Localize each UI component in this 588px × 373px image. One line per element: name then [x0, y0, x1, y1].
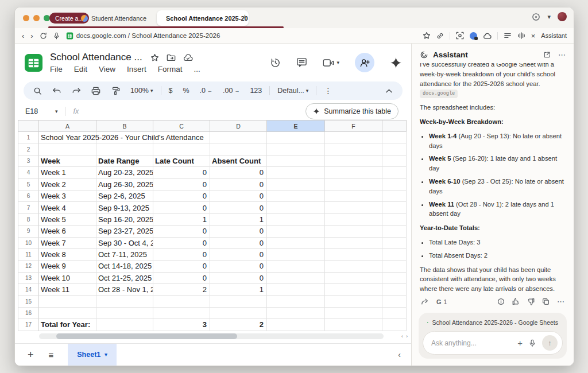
cell-F14[interactable] — [325, 284, 382, 296]
copy-icon[interactable] — [542, 298, 550, 305]
cell-partial-9[interactable] — [382, 226, 407, 237]
back-icon[interactable]: ‹ — [22, 32, 24, 40]
tab-school-attendance-active[interactable]: School Attendance 2025-20 — [157, 10, 249, 26]
undo-button[interactable] — [47, 87, 67, 95]
cell-B9[interactable]: Sep 23-27, 2025 — [96, 226, 153, 237]
cell-A8[interactable]: Week 5 — [39, 214, 96, 226]
row-header-7[interactable]: 7 — [18, 202, 39, 213]
cell-D2[interactable] — [210, 143, 267, 155]
cell-partial-15[interactable] — [382, 296, 407, 307]
cell-B6[interactable]: Sep 2-6, 2025 — [96, 191, 153, 202]
cell-F12[interactable] — [325, 261, 382, 272]
cell-A6[interactable]: Week 3 — [39, 191, 96, 202]
star-icon[interactable] — [150, 53, 159, 62]
cell-C2[interactable] — [153, 143, 210, 155]
share-button[interactable] — [355, 53, 374, 72]
bookmark-star-icon[interactable] — [423, 32, 431, 40]
menu-insert[interactable]: Insert — [127, 65, 146, 73]
cell-F9[interactable] — [325, 226, 382, 237]
cell-A13[interactable]: Week 10 — [39, 273, 96, 284]
row-header-14[interactable]: 14 — [18, 284, 39, 296]
print-button[interactable] — [86, 87, 106, 95]
cell-C5[interactable]: 0 — [153, 179, 210, 191]
cell-C12[interactable]: 0 — [153, 261, 210, 272]
row-header-9[interactable]: 9 — [18, 226, 39, 237]
row-header-8[interactable]: 8 — [18, 214, 39, 226]
cell-E3[interactable] — [267, 156, 325, 167]
menu-format[interactable]: Format — [158, 65, 183, 73]
cell-partial-11[interactable] — [382, 249, 407, 261]
send-button[interactable]: ↑ — [542, 335, 558, 351]
cell-C13[interactable]: 0 — [153, 273, 210, 284]
cell-A9[interactable]: Week 6 — [39, 226, 96, 237]
cell-D6[interactable]: 0 — [210, 191, 267, 202]
cell-C3[interactable]: Late Count — [153, 156, 210, 167]
cell-partial-3[interactable] — [382, 156, 407, 167]
menu-edit[interactable]: Edit — [74, 65, 87, 73]
cell-A1[interactable]: School Year 2025-2026 - Your Child's Att… — [39, 132, 96, 143]
chevron-down-icon[interactable]: ▾ — [55, 108, 58, 114]
move-folder-icon[interactable] — [167, 53, 176, 61]
cell-D1[interactable] — [210, 132, 267, 143]
close-assistant-icon[interactable]: × — [531, 32, 536, 40]
column-header-C[interactable]: C — [153, 120, 210, 132]
row-header-17[interactable]: 17 — [18, 319, 39, 331]
scroll-left-icon[interactable]: ‹ — [401, 333, 403, 339]
column-header-A[interactable]: A — [39, 120, 96, 132]
cell-E7[interactable] — [267, 202, 325, 213]
window-control-icon[interactable] — [23, 15, 29, 21]
cell-B14[interactable]: Oct 28 - Nov 1, 2025 — [96, 284, 153, 296]
capture-icon[interactable] — [456, 32, 464, 40]
sheets-logo[interactable] — [24, 53, 43, 72]
column-header-E[interactable]: E — [267, 120, 325, 132]
cell-B17[interactable] — [96, 319, 153, 331]
row-header-13[interactable]: 13 — [18, 273, 39, 284]
cell-A15[interactable] — [39, 296, 96, 307]
cell-B2[interactable] — [96, 143, 153, 155]
cell-F3[interactable] — [325, 156, 382, 167]
extension-icon[interactable] — [470, 32, 477, 40]
cell-partial-6[interactable] — [382, 191, 407, 202]
cell-A14[interactable]: Week 11 — [39, 284, 96, 296]
number-format-button[interactable]: 123 — [245, 87, 267, 95]
microphone-icon[interactable] — [529, 339, 536, 347]
version-history-icon[interactable] — [270, 57, 281, 68]
cell-F16[interactable] — [325, 308, 382, 319]
row-header-5[interactable]: 5 — [18, 179, 39, 191]
cloud-saved-icon[interactable] — [183, 54, 193, 61]
menu-[interactable]: ... — [194, 65, 200, 73]
cell-B7[interactable]: Sep 9-13, 2025 — [96, 202, 153, 213]
more-options-icon[interactable]: ⋯ — [558, 50, 566, 59]
cell-F10[interactable] — [325, 238, 382, 249]
cell-B5[interactable]: Aug 26-30, 2025 — [96, 179, 153, 191]
cell-partial-13[interactable] — [382, 273, 407, 284]
column-header-F[interactable]: F — [325, 120, 382, 132]
row-header-15[interactable]: 15 — [18, 296, 39, 307]
cell-B3[interactable]: Date Range — [96, 156, 153, 167]
file-context-chip[interactable]: School Attendance 2025-2026 - Google She… — [423, 317, 563, 331]
open-in-new-icon[interactable] — [543, 51, 551, 59]
tab-student-attendance[interactable]: Student Attendance — [81, 12, 146, 25]
cell-E9[interactable] — [267, 226, 325, 237]
row-header-2[interactable]: 2 — [18, 143, 39, 155]
cell-C7[interactable]: 0 — [153, 202, 210, 213]
column-header-partial[interactable] — [382, 120, 407, 132]
cell-B11[interactable]: Oct 7-11, 2025 — [96, 249, 153, 261]
comments-icon[interactable] — [296, 57, 307, 68]
cell-A3[interactable]: Week — [39, 156, 96, 167]
toolbar-search-button[interactable] — [28, 87, 47, 95]
scroll-right-icon[interactable]: › — [406, 333, 408, 339]
microphone-icon[interactable] — [53, 32, 60, 40]
paint-format-button[interactable] — [106, 87, 125, 95]
cloud-icon[interactable] — [483, 32, 492, 40]
row-header-12[interactable]: 12 — [18, 261, 39, 272]
cell-D12[interactable]: 0 — [210, 261, 267, 272]
avatar[interactable] — [558, 12, 567, 21]
gemini-star-icon[interactable] — [390, 57, 402, 69]
column-header-B[interactable]: B — [96, 120, 153, 132]
cell-C16[interactable] — [153, 308, 210, 319]
cell-C4[interactable]: 0 — [153, 167, 210, 178]
collapse-panel-icon[interactable]: ‹ — [398, 350, 401, 359]
cell-E11[interactable] — [267, 249, 325, 261]
cell-B15[interactable] — [96, 296, 153, 307]
